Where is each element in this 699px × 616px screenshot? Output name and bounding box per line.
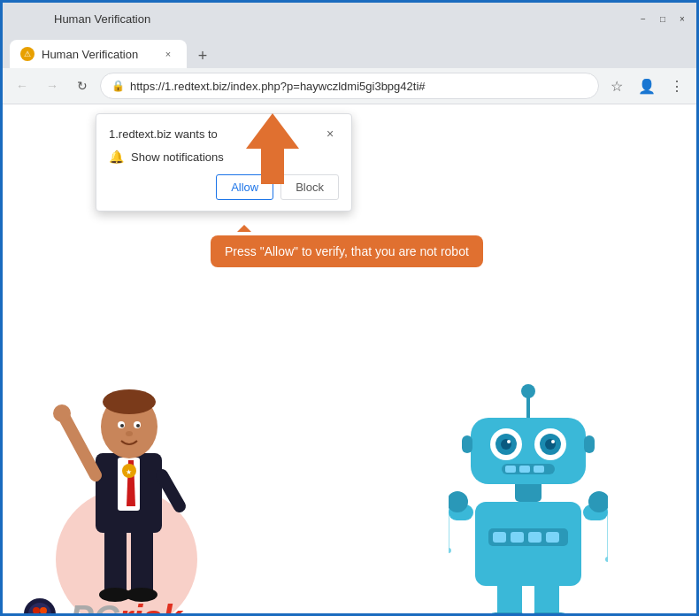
svg-rect-2 xyxy=(104,524,127,595)
refresh-button[interactable]: ↻ xyxy=(70,73,95,98)
svg-point-64 xyxy=(40,607,47,614)
svg-point-54 xyxy=(521,384,535,398)
svg-rect-3 xyxy=(131,524,153,595)
svg-rect-29 xyxy=(497,581,522,616)
svg-rect-56 xyxy=(505,466,516,473)
svg-line-9 xyxy=(65,418,96,475)
svg-rect-60 xyxy=(584,435,595,453)
svg-point-51 xyxy=(507,440,511,443)
account-button[interactable]: 👤 xyxy=(634,73,659,98)
svg-rect-30 xyxy=(534,581,559,616)
page-title: Human Verification xyxy=(54,12,150,26)
popup-close-button[interactable]: × xyxy=(321,125,339,142)
svg-rect-32 xyxy=(532,612,565,616)
tab-favicon: ⚠ xyxy=(20,47,35,61)
popup-title: 1.redtext.biz wants to xyxy=(109,127,218,141)
svg-point-26 xyxy=(605,557,608,562)
close-button[interactable]: × xyxy=(675,12,689,26)
svg-rect-59 xyxy=(462,435,472,453)
tab-title: Human Verification xyxy=(42,48,138,61)
bookmark-button[interactable]: ☆ xyxy=(604,73,629,98)
svg-point-63 xyxy=(33,607,40,614)
bell-icon: 🔔 xyxy=(109,150,124,164)
svg-point-23 xyxy=(449,548,451,553)
title-bar: Human Verification − □ × xyxy=(3,3,696,35)
svg-point-11 xyxy=(53,404,71,422)
svg-marker-1 xyxy=(246,113,299,184)
menu-button[interactable]: ⋮ xyxy=(664,73,689,98)
robot-illustration xyxy=(449,373,608,616)
pcrisk-text: PC risk .com xyxy=(70,598,220,617)
pcrisk-icon xyxy=(20,595,66,616)
svg-rect-58 xyxy=(534,466,544,473)
url-bar[interactable]: 🔒 https://1.redtext.biz/index.php?p=hayw… xyxy=(100,73,599,99)
svg-line-10 xyxy=(162,475,180,506)
svg-rect-38 xyxy=(546,532,559,543)
person-illustration: ★ xyxy=(38,347,215,616)
url-text: https://1.redtext.biz/index.php?p=haywcz… xyxy=(130,80,588,93)
svg-text:★: ★ xyxy=(126,468,132,476)
tab-close-button[interactable]: × xyxy=(160,46,176,62)
tab-bar: ⚠ Human Verification × + xyxy=(3,35,696,68)
svg-point-17 xyxy=(136,424,140,427)
svg-rect-57 xyxy=(519,466,530,473)
svg-rect-31 xyxy=(491,612,525,616)
orange-arrow xyxy=(233,109,312,192)
page-content: 1.redtext.biz wants to × 🔔 Show notifica… xyxy=(3,104,696,616)
svg-rect-36 xyxy=(511,532,524,543)
address-bar: ← → ↻ 🔒 https://1.redtext.biz/index.php?… xyxy=(3,68,696,104)
pcrisk-logo: PC risk .com xyxy=(20,595,220,616)
new-tab-button[interactable]: + xyxy=(190,43,215,68)
svg-point-13 xyxy=(103,389,156,414)
svg-point-18 xyxy=(126,431,133,436)
active-tab[interactable]: ⚠ Human Verification × xyxy=(10,40,187,68)
minimize-button[interactable]: − xyxy=(636,12,650,26)
browser-chrome: Human Verification − □ × ⚠ Human Verific… xyxy=(3,3,696,104)
svg-rect-35 xyxy=(493,532,506,543)
maximize-button[interactable]: □ xyxy=(656,12,670,26)
forward-button[interactable]: → xyxy=(40,73,65,98)
notification-popup: 1.redtext.biz wants to × 🔔 Show notifica… xyxy=(96,113,352,212)
speech-bubble: Press "Allow" to verify, that you are no… xyxy=(211,235,483,267)
popup-notification-label: Show notifications xyxy=(131,150,224,164)
window-controls: − □ × xyxy=(636,12,689,26)
lock-icon: 🔒 xyxy=(111,80,125,92)
svg-point-16 xyxy=(120,424,124,427)
svg-point-52 xyxy=(551,440,555,443)
back-button[interactable]: ← xyxy=(10,73,35,98)
speech-bubble-text: Press "Allow" to verify, that you are no… xyxy=(225,244,469,258)
svg-rect-37 xyxy=(528,532,542,543)
